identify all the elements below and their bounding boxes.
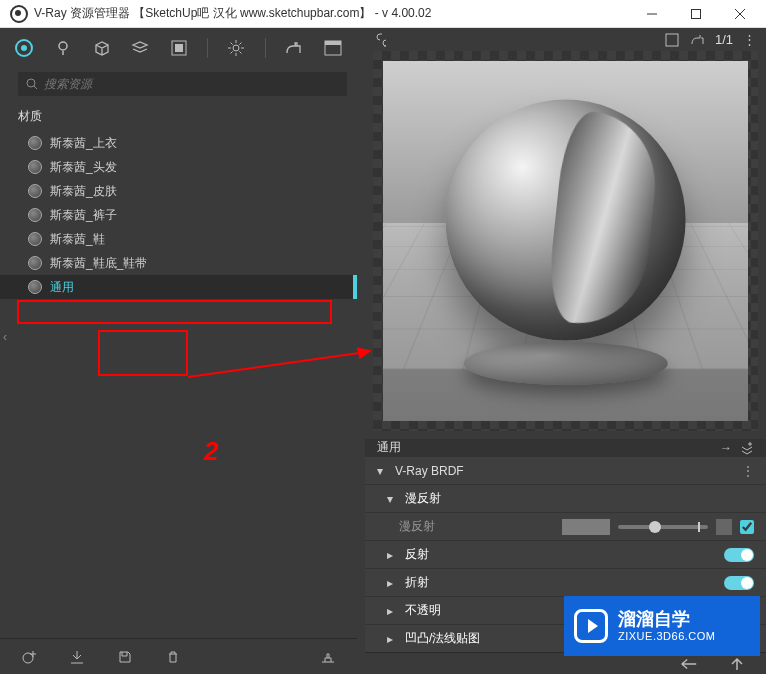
refraction-toggle[interactable] [724,576,754,590]
collapse-arrow-icon: ▸ [387,576,397,590]
svg-point-10 [233,45,239,51]
close-icon [735,9,745,19]
collapse-arrow-icon: ▸ [387,604,397,618]
geometry-tab-icon[interactable] [91,37,112,59]
material-item[interactable]: 斯泰茜_上衣 [0,131,357,155]
brdf-section[interactable]: ▾ V-Ray BRDF ⋮ [365,456,766,484]
svg-rect-9 [175,44,183,52]
search-bar[interactable] [18,72,347,96]
watermark-brand: 溜溜自学 [618,609,715,631]
left-panel: 材质 斯泰茜_上衣 斯泰茜_头发 斯泰茜_皮肤 斯泰茜_裤子 斯泰茜_鞋 斯泰茜… [0,28,357,674]
settings-icon[interactable] [226,37,247,59]
diffuse-checkbox[interactable] [740,520,754,534]
diffuse-section-label: 漫反射 [405,490,441,507]
material-label: 斯泰茜_上衣 [50,135,117,152]
delete-icon[interactable] [164,650,182,664]
refraction-label: 折射 [405,574,429,591]
material-preview [373,51,758,431]
material-item[interactable]: 斯泰茜_皮肤 [0,179,357,203]
svg-rect-12 [325,41,341,45]
material-item[interactable]: 斯泰茜_鞋 [0,227,357,251]
layers-tab-icon[interactable] [130,37,151,59]
preview-link-icon[interactable] [375,33,391,47]
material-item-selected[interactable]: 通用 [0,275,357,299]
maximize-button[interactable] [674,0,718,28]
material-ball-icon [28,160,42,174]
diffuse-section[interactable]: ▾ 漫反射 [365,484,766,512]
asset-toolbar [0,28,357,68]
diffuse-slider[interactable] [618,525,708,529]
textures-tab-icon[interactable] [169,37,190,59]
reflection-toggle[interactable] [724,548,754,562]
minimize-button[interactable] [630,0,674,28]
refraction-section[interactable]: ▸ 折射 [365,568,766,596]
props-header-title: 通用 [377,439,401,456]
up-icon[interactable] [728,657,746,671]
svg-line-14 [34,86,37,89]
material-item[interactable]: 斯泰茜_裤子 [0,203,357,227]
frame-buffer-icon[interactable] [322,37,343,59]
toolbar-separator-2 [265,38,266,58]
svg-rect-18 [666,34,678,46]
apply-icon[interactable]: → [720,441,732,455]
materials-tab-icon[interactable] [14,37,35,59]
props-header: 通用 → [365,439,766,456]
material-ball-icon [28,184,42,198]
watermark: 溜溜自学 ZIXUE.3D66.COM [564,596,760,656]
save-icon[interactable] [116,650,134,664]
material-list: 斯泰茜_上衣 斯泰茜_头发 斯泰茜_皮肤 斯泰茜_裤子 斯泰茜_鞋 斯泰茜_鞋底… [0,131,357,638]
main-area: 材质 斯泰茜_上衣 斯泰茜_头发 斯泰茜_皮肤 斯泰茜_裤子 斯泰茜_鞋 斯泰茜… [0,28,766,674]
collapse-arrow-icon: ▸ [387,548,397,562]
watermark-url: ZIXUE.3D66.COM [618,630,715,643]
right-panel: 1/1 ⋮ 通用 → ▾ V-Ray BRDF [365,28,766,674]
material-label: 斯泰茜_裤子 [50,207,117,224]
preview-render-icon[interactable] [689,33,705,47]
render-icon[interactable] [284,37,305,59]
lights-tab-icon[interactable] [53,37,74,59]
close-button[interactable] [718,0,762,28]
import-icon[interactable] [68,650,86,664]
purge-icon[interactable] [319,650,337,664]
add-layer-icon[interactable] [740,441,754,455]
materials-section-label: 材质 [0,102,357,131]
preview-sphere [445,99,686,340]
material-ball-icon [28,280,42,294]
material-label: 通用 [50,279,74,296]
preview-aspect-icon[interactable] [665,33,679,47]
material-label: 斯泰茜_鞋底_鞋带 [50,255,147,272]
app-icon [10,5,28,23]
toolbar-separator [207,38,208,58]
expand-arrow-icon: ▾ [377,464,387,478]
material-item[interactable]: 斯泰茜_头发 [0,155,357,179]
preview-ratio-label[interactable]: 1/1 [715,32,733,47]
material-ball-icon [28,208,42,222]
add-asset-icon[interactable] [20,649,38,665]
reflection-label: 反射 [405,546,429,563]
titlebar: V-Ray 资源管理器 【SketchUp吧 汉化 www.sketchupba… [0,0,766,28]
expand-arrow-icon: ▾ [387,492,397,506]
svg-point-13 [27,79,35,87]
collapse-left-handle[interactable]: ‹ [0,317,10,357]
minimize-icon [647,9,657,19]
brdf-label: V-Ray BRDF [395,464,464,478]
diffuse-row: 漫反射 [365,512,766,540]
material-ball-icon [28,136,42,150]
material-item[interactable]: 斯泰茜_鞋底_鞋带 [0,251,357,275]
material-label: 斯泰茜_头发 [50,159,117,176]
collapse-arrow-icon: ▸ [387,632,397,646]
diffuse-texture-button[interactable] [716,519,732,535]
diffuse-color-swatch[interactable] [562,519,610,535]
opacity-label: 不透明 [405,602,441,619]
material-ball-icon [28,256,42,270]
diffuse-label: 漫反射 [399,518,435,535]
svg-point-6 [59,42,67,50]
back-icon[interactable] [680,658,698,670]
svg-rect-1 [692,9,701,18]
reflection-section[interactable]: ▸ 反射 [365,540,766,568]
search-input[interactable] [44,77,339,91]
preview-pedestal [463,342,667,385]
preview-menu-icon[interactable]: ⋮ [743,32,756,47]
section-menu-icon[interactable]: ⋮ [742,464,754,478]
material-label: 斯泰茜_鞋 [50,231,105,248]
annotation-number: 2 [204,436,218,467]
